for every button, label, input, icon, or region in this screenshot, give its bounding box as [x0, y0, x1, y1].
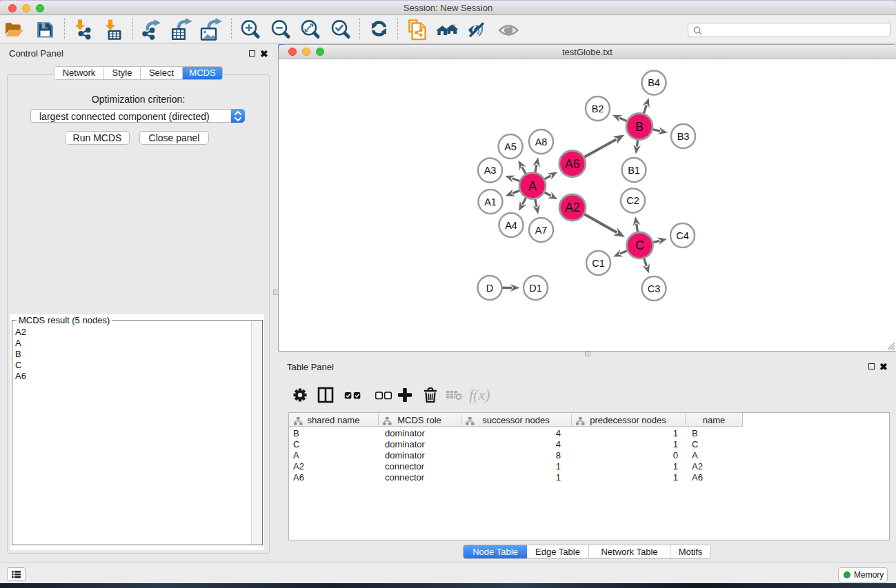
- svg-text:C4: C4: [676, 230, 689, 241]
- svg-text:B3: B3: [677, 131, 690, 142]
- svg-text:C3: C3: [648, 283, 661, 294]
- svg-text:A2: A2: [565, 201, 580, 214]
- svg-text:B4: B4: [648, 77, 660, 88]
- svg-text:B1: B1: [628, 165, 640, 176]
- svg-text:A7: A7: [535, 225, 548, 236]
- svg-text:C1: C1: [592, 258, 605, 269]
- svg-text:A3: A3: [484, 165, 497, 176]
- svg-text:D1: D1: [529, 283, 542, 294]
- svg-text:A4: A4: [505, 220, 517, 231]
- svg-text:A1: A1: [484, 196, 497, 207]
- svg-text:A6: A6: [565, 157, 580, 171]
- svg-text:D: D: [486, 283, 493, 294]
- svg-text:C2: C2: [626, 195, 639, 206]
- svg-text:A5: A5: [504, 141, 517, 152]
- svg-text:C: C: [635, 239, 644, 252]
- svg-text:B: B: [635, 120, 644, 134]
- svg-text:A8: A8: [535, 136, 548, 148]
- svg-text:B2: B2: [592, 103, 604, 114]
- svg-text:A: A: [528, 179, 537, 193]
